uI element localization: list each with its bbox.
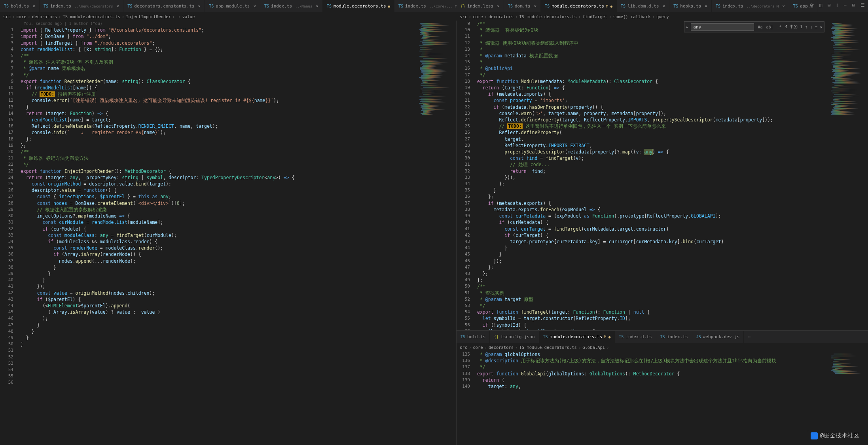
code-line[interactable]: if (moduleClass && moduleClass.render) {: [21, 239, 417, 245]
code-line[interactable]: }: [477, 251, 828, 258]
code-line[interactable]: if (curModule) {: [21, 226, 417, 232]
code-line[interactable]: const find = findTarget(v);: [477, 155, 828, 161]
code-line[interactable]: Reflect.defineProperty(: [477, 129, 828, 136]
close-icon[interactable]: ×: [117, 4, 119, 9]
split-icon[interactable]: ◫: [819, 2, 822, 8]
code-line[interactable]: }: [21, 341, 417, 347]
code-line[interactable]: return (target: Function) => {: [477, 85, 828, 91]
tab-module-decorators-ts[interactable]: TSmodule.decorators.tsM ●: [539, 331, 615, 343]
crumb[interactable]: decorators: [489, 14, 514, 19]
breadcrumb-bottom[interactable]: src›core›decorators›TS module.decorators…: [457, 343, 868, 351]
crumb[interactable]: query: [656, 14, 669, 19]
crumb[interactable]: TS module.decorators.ts: [63, 14, 120, 19]
find-close-icon[interactable]: ✕: [820, 25, 823, 30]
code-line[interactable]: let symbolId = target.constructor[Reflec…: [477, 315, 828, 322]
close-icon[interactable]: ×: [705, 4, 707, 9]
code-line[interactable]: }: [21, 328, 417, 335]
code-line[interactable]: Reflect.defineProperty(target, ReflectPr…: [477, 117, 828, 123]
code-line[interactable]: return (: [477, 377, 828, 383]
close-icon[interactable]: ×: [198, 4, 201, 9]
code-line[interactable]: const curModule = rendModelList[moduleNa…: [21, 219, 417, 225]
code-line[interactable]: console.info(` ↓ register render #${name…: [21, 129, 417, 136]
crumb[interactable]: decorators: [32, 14, 57, 19]
tab-index-ts[interactable]: TSindex.ts..\menu\decorators×: [40, 0, 123, 13]
tab-lib-dom-d-ts[interactable]: TSlib.dom.d.ts×: [617, 0, 669, 13]
find-word-icon[interactable]: ab|: [766, 23, 773, 30]
close-icon[interactable]: ×: [316, 4, 318, 9]
code-line[interactable]: }: [21, 335, 417, 341]
code-line[interactable]: };: [477, 193, 828, 200]
code-line[interactable]: target: any,: [477, 383, 828, 390]
code-line[interactable]: metadata.exports.forEach(expModuel => {: [477, 206, 828, 213]
minimap[interactable]: [417, 21, 456, 445]
tab-bold-ts[interactable]: TSbold.ts×: [0, 0, 40, 13]
tab-index-less[interactable]: {}index.less×: [457, 0, 504, 13]
code-line[interactable]: };: [477, 277, 828, 283]
breadcrumb-right[interactable]: src›core›decorators›TS module.decorators…: [457, 13, 868, 21]
code-line[interactable]: const rendModelList: { [k: string]: Func…: [21, 46, 417, 53]
code-line[interactable]: * @param globalOptions: [477, 351, 828, 358]
code-line[interactable]: }: [21, 104, 417, 110]
close-icon[interactable]: ×: [32, 4, 35, 9]
code-line[interactable]: });: [21, 283, 417, 290]
code-line[interactable]: // 根据注入配置的参数解析渲染: [21, 206, 417, 213]
collapse-icon[interactable]: ⊟: [852, 2, 855, 8]
minimap[interactable]: [828, 21, 868, 330]
crumb[interactable]: core: [16, 14, 26, 19]
code-line[interactable]: }: [21, 277, 417, 283]
crumb[interactable]: some() callback: [613, 14, 651, 19]
close-icon[interactable]: ×: [253, 4, 256, 9]
code-line[interactable]: }: [21, 271, 417, 277]
tab-module-decorators-ts[interactable]: TSmodule.decorators.ts●: [323, 0, 394, 13]
code-line[interactable]: /**: [477, 283, 828, 290]
code-line[interactable]: if (curMetadata) {: [477, 219, 828, 225]
tab-decorators-constants-ts[interactable]: TSdecorators.constants.ts×: [123, 0, 205, 13]
code-line[interactable]: */: [21, 161, 417, 168]
crumb[interactable]: src: [460, 14, 467, 19]
crumb[interactable]: src: [460, 345, 467, 350]
code-line[interactable]: );: [21, 315, 417, 322]
code-line[interactable]: const originMethod = descriptor.value.bi…: [21, 181, 417, 187]
code-line[interactable]: if (curTarget) {: [477, 232, 828, 239]
code-line[interactable]: Reflect.defineMetadata(ReflectProperty.R…: [21, 123, 417, 129]
code-line[interactable]: if (metadata.exports) {: [477, 200, 828, 206]
code-line[interactable]: }: [21, 322, 417, 328]
code-line[interactable]: export function InjectImportRender(): Me…: [21, 168, 417, 174]
tab-index-ts[interactable]: TSindex.ts..\Menus×: [260, 0, 323, 13]
code-line[interactable]: * @description 用于标记该方法为(根/上级)的方法，当方法被标记那…: [477, 358, 828, 364]
run-icon[interactable]: ⟳: [810, 2, 814, 8]
find-next-icon[interactable]: ↓: [810, 25, 813, 30]
code-line[interactable]: (<HTMLElement>$parentEl).append(: [21, 303, 417, 309]
code-line[interactable]: const curMetadata = (expModuel as Functi…: [477, 213, 828, 219]
tab-tsconfig-json[interactable]: {}tsconfig.json: [490, 331, 539, 343]
code-line[interactable]: if (!symbolId) {: [477, 322, 828, 328]
code-line[interactable]: );: [477, 181, 828, 187]
code-line[interactable]: /**: [21, 53, 417, 59]
code-line[interactable]: import { findTarget } from "./module.dec…: [21, 40, 417, 46]
code-line[interactable]: *: [477, 33, 828, 40]
code-line[interactable]: const curTarget = findTarget(curMetadata…: [477, 226, 828, 232]
code-line[interactable]: };: [21, 142, 417, 149]
code-line[interactable]: ReflectProperty.IMPORTS_EXTRACT,: [477, 142, 828, 149]
code-line[interactable]: };: [477, 271, 828, 277]
close-icon[interactable]: ×: [534, 4, 537, 9]
code-line[interactable]: // 处理 code...: [477, 161, 828, 168]
code-line[interactable]: })),: [477, 174, 828, 181]
close-icon[interactable]: ×: [782, 4, 785, 9]
code-line[interactable]: };: [21, 136, 417, 142]
find-case-icon[interactable]: Aa: [756, 23, 764, 30]
crumb[interactable]: TS module.decorators.ts: [519, 14, 576, 19]
code-line[interactable]: });: [477, 258, 828, 264]
code-line[interactable]: }: [477, 187, 828, 193]
find-toggle-icon[interactable]: ▸: [686, 25, 689, 30]
tab-hooks-ts[interactable]: TShooks.ts×: [669, 0, 712, 13]
code-line[interactable]: export function RegisterRender(name: str…: [21, 78, 417, 85]
code-line[interactable]: target.prototype[curMetadata.key] = curT…: [477, 239, 828, 245]
crumb[interactable]: findTarget: [582, 14, 607, 19]
code-line[interactable]: target,: [477, 136, 828, 142]
code-line[interactable]: if ($parentEl) {: [21, 296, 417, 303]
crumb[interactable]: value: [182, 14, 195, 19]
tabs-overflow-icon[interactable]: ⋯: [744, 334, 754, 339]
code-line[interactable]: /**: [21, 149, 417, 155]
crumb[interactable]: InjectImportRender: [126, 14, 171, 19]
